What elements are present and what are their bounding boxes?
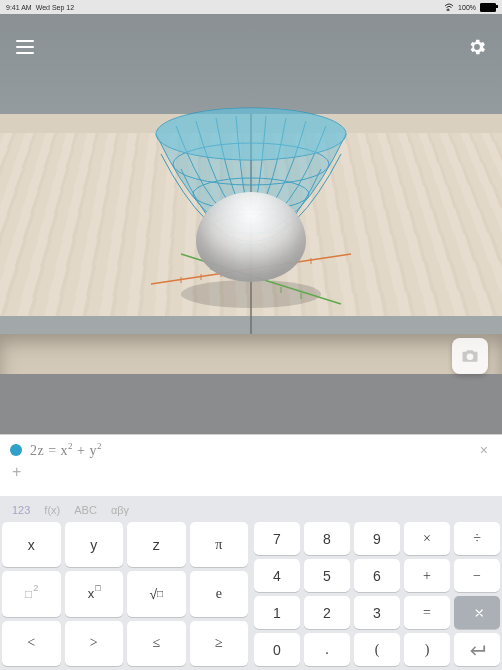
key-sqrt[interactable]: √□ bbox=[127, 571, 186, 616]
svg-point-19 bbox=[156, 108, 346, 160]
equation-close-button[interactable]: × bbox=[476, 442, 492, 458]
status-bar: 9:41 AM Wed Sep 12 100% bbox=[0, 0, 502, 14]
key-[interactable]: ÷ bbox=[454, 522, 500, 555]
key-[interactable]: ) bbox=[404, 633, 450, 666]
battery-text: 100% bbox=[458, 4, 476, 11]
key-[interactable]: π bbox=[190, 522, 249, 567]
key-[interactable]: > bbox=[65, 621, 124, 666]
key-7[interactable]: 7 bbox=[254, 522, 300, 555]
key-2[interactable]: 2 bbox=[304, 596, 350, 629]
key-enter[interactable] bbox=[454, 633, 500, 666]
key-z[interactable]: z bbox=[127, 522, 186, 567]
key-8[interactable]: 8 bbox=[304, 522, 350, 555]
keyboard-tab-greek[interactable]: αβγ bbox=[107, 502, 133, 518]
camera-button[interactable] bbox=[452, 338, 488, 374]
paraboloid-graph[interactable] bbox=[121, 74, 381, 334]
key-[interactable]: . bbox=[304, 633, 350, 666]
add-equation-button[interactable]: + bbox=[0, 461, 502, 485]
key-9[interactable]: 9 bbox=[354, 522, 400, 555]
key-6[interactable]: 6 bbox=[354, 559, 400, 592]
status-date: Wed Sep 12 bbox=[36, 4, 74, 11]
math-keyboard: 123 f(x) ABC αβγ xyzπ□2x□√□e<>≤≥ 789×÷45… bbox=[0, 496, 502, 670]
key-y[interactable]: y bbox=[65, 522, 124, 567]
key-[interactable]: ≥ bbox=[190, 621, 249, 666]
key-e[interactable]: e bbox=[190, 571, 249, 616]
equation-text[interactable]: 2z = x2 + y2 bbox=[30, 441, 468, 459]
view-toolbar bbox=[0, 36, 502, 58]
keyboard-body: xyzπ□2x□√□e<>≤≥ 789×÷456+−123=0.() bbox=[0, 522, 502, 670]
key-[interactable]: × bbox=[404, 522, 450, 555]
floor bbox=[0, 374, 502, 434]
keyboard-tab-abc[interactable]: ABC bbox=[70, 502, 101, 518]
key-[interactable]: − bbox=[454, 559, 500, 592]
status-time: 9:41 AM bbox=[6, 4, 32, 11]
key-power[interactable]: x□ bbox=[65, 571, 124, 616]
key-backspace[interactable] bbox=[454, 596, 500, 629]
key-[interactable]: < bbox=[2, 621, 61, 666]
key-[interactable]: + bbox=[404, 559, 450, 592]
key-[interactable]: ≤ bbox=[127, 621, 186, 666]
key-[interactable]: ( bbox=[354, 633, 400, 666]
keyboard-tab-fx[interactable]: f(x) bbox=[40, 502, 64, 518]
battery-icon bbox=[480, 3, 496, 12]
equation-row[interactable]: 2z = x2 + y2 × bbox=[0, 435, 502, 461]
key-x[interactable]: x bbox=[2, 522, 61, 567]
keyboard-right-pad: 789×÷456+−123=0.() bbox=[254, 522, 500, 666]
settings-button[interactable] bbox=[466, 36, 488, 58]
keyboard-left-pad: xyzπ□2x□√□e<>≤≥ bbox=[2, 522, 248, 666]
wifi-icon bbox=[444, 3, 454, 12]
equation-color-dot[interactable] bbox=[10, 444, 22, 456]
menu-button[interactable] bbox=[14, 36, 36, 58]
ar-3d-view[interactable] bbox=[0, 14, 502, 434]
key-1[interactable]: 1 bbox=[254, 596, 300, 629]
bowl-object bbox=[196, 192, 306, 282]
app-screen: 9:41 AM Wed Sep 12 100% bbox=[0, 0, 502, 670]
key-5[interactable]: 5 bbox=[304, 559, 350, 592]
key-3[interactable]: 3 bbox=[354, 596, 400, 629]
keyboard-tabs: 123 f(x) ABC αβγ bbox=[0, 496, 502, 522]
equation-input-area: 2z = x2 + y2 × + bbox=[0, 434, 502, 497]
key-square[interactable]: □2 bbox=[2, 571, 61, 616]
key-0[interactable]: 0 bbox=[254, 633, 300, 666]
keyboard-tab-123[interactable]: 123 bbox=[8, 502, 34, 518]
key-[interactable]: = bbox=[404, 596, 450, 629]
key-4[interactable]: 4 bbox=[254, 559, 300, 592]
